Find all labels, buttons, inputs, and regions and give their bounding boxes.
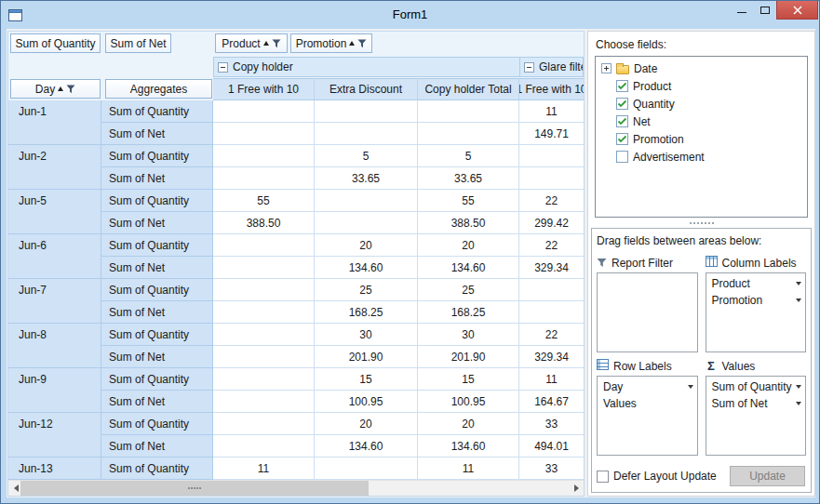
pivot-value-cell[interactable] xyxy=(213,167,315,190)
pivot-value-cell[interactable]: 55 xyxy=(418,190,519,212)
minimize-button[interactable] xyxy=(730,1,753,20)
field-checkbox[interactable] xyxy=(616,151,628,163)
pivot-value-cell[interactable]: 201.90 xyxy=(418,346,519,368)
field-button-promotion[interactable]: Promotion xyxy=(290,33,372,53)
area-field-item[interactable]: Day xyxy=(598,378,697,395)
pivot-value-cell[interactable]: 11 xyxy=(519,100,584,123)
pivot-value-cell[interactable]: 20 xyxy=(315,413,418,435)
filter-icon[interactable] xyxy=(357,39,367,48)
pivot-value-cell[interactable]: 25 xyxy=(315,279,418,301)
values-area[interactable]: Sum of QuantitySum of Net xyxy=(706,376,807,456)
pivot-value-cell[interactable]: 329.34 xyxy=(519,257,584,279)
pivot-value-cell[interactable]: 20 xyxy=(315,234,418,257)
area-field-item[interactable]: Sum of Net xyxy=(706,395,806,412)
row-header-day[interactable]: Jun-5 xyxy=(8,190,101,234)
scrollbar-thumb[interactable] xyxy=(20,481,369,496)
area-field-item[interactable]: Sum of Quantity xyxy=(706,378,806,395)
pivot-value-cell[interactable] xyxy=(315,212,418,234)
pivot-value-cell[interactable]: 33.65 xyxy=(418,167,519,190)
report-filter-area[interactable] xyxy=(597,272,698,352)
pivot-value-cell[interactable] xyxy=(213,346,315,368)
pivot-value-cell[interactable]: 15 xyxy=(418,368,519,391)
row-header-aggregate[interactable]: Sum of Quantity xyxy=(101,413,213,435)
field-button-day[interactable]: Day xyxy=(10,79,101,99)
pivot-value-cell[interactable]: 30 xyxy=(418,324,519,346)
sort-ascending-icon[interactable] xyxy=(263,41,269,46)
pivot-value-cell[interactable]: 15 xyxy=(315,368,418,391)
tree-item-date[interactable]: Date xyxy=(596,60,807,77)
pivot-value-cell[interactable]: 33.65 xyxy=(315,167,418,190)
row-header-day[interactable]: Jun-13 xyxy=(8,458,101,480)
pivot-value-cell[interactable]: 201.90 xyxy=(315,346,418,368)
field-button-sum-of-net[interactable]: Sum of Net xyxy=(105,33,171,53)
pivot-value-cell[interactable]: 164.67 xyxy=(519,391,584,413)
tree-item-quantity[interactable]: Quantity xyxy=(596,95,807,113)
collapse-icon[interactable] xyxy=(218,62,228,73)
field-button-sum-of-quantity[interactable]: Sum of Quantity xyxy=(10,33,101,53)
row-header-aggregate[interactable]: Sum of Net xyxy=(101,435,213,458)
pivot-value-cell[interactable]: 55 xyxy=(213,190,315,212)
pivot-value-cell[interactable] xyxy=(315,190,418,212)
pivot-value-cell[interactable]: 299.42 xyxy=(519,212,584,234)
pivot-value-cell[interactable]: 11 xyxy=(213,458,315,480)
pivot-value-cell[interactable]: 30 xyxy=(315,324,418,346)
row-header-aggregate[interactable]: Sum of Quantity xyxy=(101,324,213,346)
row-header-day[interactable]: Jun-9 xyxy=(8,368,101,413)
pivot-value-cell[interactable]: 20 xyxy=(418,234,519,257)
tree-item-promotion[interactable]: Promotion xyxy=(596,130,807,148)
pivot-value-cell[interactable]: 134.60 xyxy=(315,435,418,458)
pivot-value-cell[interactable] xyxy=(519,301,584,324)
pivot-value-cell[interactable]: 5 xyxy=(315,145,418,167)
field-checkbox[interactable] xyxy=(616,98,628,110)
row-header-day[interactable]: Jun-1 xyxy=(8,100,101,145)
pivot-value-cell[interactable] xyxy=(519,279,584,301)
expand-icon[interactable] xyxy=(601,63,612,73)
pivot-value-cell[interactable] xyxy=(418,123,519,145)
tree-item-advertisement[interactable]: Advertisement xyxy=(596,148,807,166)
pivot-value-cell[interactable]: 33 xyxy=(519,413,584,435)
pivot-value-cell[interactable]: 329.34 xyxy=(519,346,584,368)
row-header-aggregate[interactable]: Sum of Quantity xyxy=(101,190,213,212)
row-header-day[interactable]: Jun-8 xyxy=(8,324,101,368)
collapse-icon[interactable] xyxy=(524,62,534,73)
row-header-aggregate[interactable]: Sum of Net xyxy=(101,346,213,368)
pivot-value-cell[interactable]: 134.60 xyxy=(315,257,418,279)
pivot-value-cell[interactable] xyxy=(213,234,315,257)
field-checkbox[interactable] xyxy=(616,115,628,127)
field-button-product[interactable]: Product xyxy=(215,33,288,53)
pivot-value-cell[interactable] xyxy=(315,123,418,145)
pivot-value-cell[interactable] xyxy=(519,145,584,167)
pivot-value-cell[interactable]: 388.50 xyxy=(213,212,315,234)
area-field-item[interactable]: Product xyxy=(706,275,806,292)
pivot-value-cell[interactable]: 100.95 xyxy=(418,391,519,413)
pivot-value-cell[interactable]: 168.25 xyxy=(418,301,519,324)
row-header-day[interactable]: Jun-2 xyxy=(8,145,101,190)
pivot-value-cell[interactable]: 388.50 xyxy=(418,212,519,234)
pivot-value-cell[interactable] xyxy=(213,123,315,145)
column-labels-area[interactable]: ProductPromotion xyxy=(706,272,807,352)
pivot-value-cell[interactable] xyxy=(213,257,315,279)
field-checkbox[interactable] xyxy=(616,80,628,92)
update-button[interactable]: Update xyxy=(730,466,805,486)
tree-item-product[interactable]: Product xyxy=(596,77,807,95)
pivot-value-cell[interactable] xyxy=(213,324,315,346)
splitter-handle[interactable] xyxy=(588,218,814,228)
row-header-aggregate[interactable]: Sum of Net xyxy=(101,123,213,145)
dropdown-icon[interactable] xyxy=(796,282,801,285)
pivot-value-cell[interactable]: 5 xyxy=(418,145,519,167)
row-header-aggregate[interactable]: Sum of Quantity xyxy=(101,279,213,301)
pivot-value-cell[interactable] xyxy=(519,167,584,190)
pivot-value-cell[interactable] xyxy=(213,435,315,458)
row-header-aggregate[interactable]: Sum of Net xyxy=(101,257,213,279)
dropdown-icon[interactable] xyxy=(796,402,801,405)
pivot-value-cell[interactable]: 22 xyxy=(519,324,584,346)
row-header-aggregate[interactable]: Sum of Quantity xyxy=(101,458,213,480)
pivot-value-cell[interactable]: 11 xyxy=(519,368,584,391)
area-field-item[interactable]: Promotion xyxy=(706,292,806,309)
pivot-value-cell[interactable]: 134.60 xyxy=(418,257,519,279)
pivot-value-cell[interactable] xyxy=(213,279,315,301)
row-header-aggregate[interactable]: Sum of Net xyxy=(101,212,213,234)
pivot-value-cell[interactable] xyxy=(213,145,315,167)
pivot-value-cell[interactable] xyxy=(213,368,315,391)
filter-icon[interactable] xyxy=(272,39,281,48)
